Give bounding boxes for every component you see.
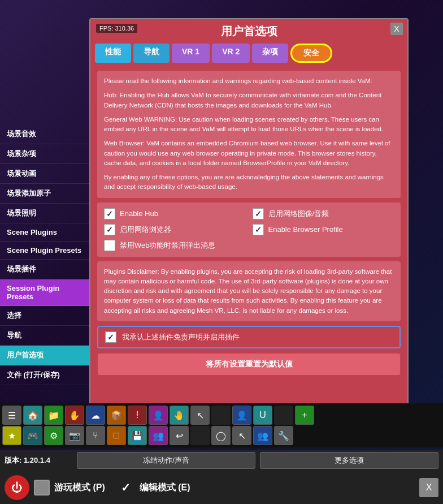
checkbox-enable-browser-profile: Enable Browser Profile: [253, 224, 394, 235]
plugins-accept-label: 我承认上述插件免责声明并启用插件: [122, 332, 240, 342]
info-line2: Hub: Enabling the Hub allows VaM to secu…: [104, 91, 394, 110]
tb-star-icon[interactable]: ★: [2, 426, 21, 445]
tab-vr2[interactable]: VR 2: [212, 44, 250, 63]
enable-browser-profile-checkbox[interactable]: [253, 224, 264, 235]
sidebar-item-scene-plugins[interactable]: Scene Plugins: [0, 223, 90, 242]
sidebar-item-scene-animation[interactable]: 场景动画: [0, 164, 90, 184]
tb-person3-icon[interactable]: 👥: [149, 426, 168, 445]
tb-spacer1: [211, 406, 231, 425]
title-bar: FPS: 310.36 用户首选项 X: [90, 19, 407, 44]
preferences-dialog: FPS: 310.36 用户首选项 X 性能 导航 VR 1 VR 2 杂项 安…: [89, 18, 409, 414]
tab-performance[interactable]: 性能: [95, 44, 131, 63]
tab-security[interactable]: 安全: [290, 44, 332, 63]
checkbox-row-3: 禁用Web功能时禁用弹出消息: [104, 240, 394, 251]
content-area: Please read the following information an…: [90, 66, 407, 413]
info-line4: Web Browser: VaM contains an embedded Ch…: [104, 139, 394, 168]
checkbox-row-2: 启用网络浏览器 Enable Browser Profile: [104, 224, 394, 235]
tb-unity-icon[interactable]: U: [253, 406, 272, 425]
plugins-disclaimer-text: Plugins Disclaimer: By enabling plugins,…: [104, 268, 392, 314]
plugins-disclaimer-box: Plugins Disclaimer: By enabling plugins,…: [97, 261, 401, 321]
tb-alert-icon[interactable]: !: [128, 406, 147, 425]
tb-arrow-icon[interactable]: ↩: [170, 426, 189, 445]
tb-scene-icon[interactable]: 🏠: [23, 406, 42, 425]
enable-browser-profile-label: Enable Browser Profile: [268, 225, 343, 234]
sidebar-item-scene-plugins-cn[interactable]: 场景插件: [0, 260, 90, 279]
tb-group-icon[interactable]: 👥: [253, 426, 272, 445]
tb-circle-icon[interactable]: ◯: [211, 426, 231, 445]
sidebar-item-select[interactable]: 选择: [0, 306, 90, 326]
sidebar-item-scene-lighting[interactable]: 场景照明: [0, 204, 90, 223]
tb-camera-icon[interactable]: 📷: [65, 426, 84, 445]
sidebar-item-user-prefs[interactable]: 用户首选项: [0, 346, 90, 365]
tb-save-icon[interactable]: 💾: [128, 426, 147, 445]
toolbar-row-1: ☰ 🏠 📁 ✋ ☁ 📦 ! 👤 🤚 ↖ 👤 U +: [2, 406, 441, 425]
tb-cursor2-icon[interactable]: ↖: [232, 426, 251, 445]
tb-spacer3: [190, 426, 210, 445]
tab-vr1[interactable]: VR 1: [172, 44, 210, 63]
checkbox-row-1: Enable Hub 启用网络图像/音频: [104, 208, 394, 219]
tb-gesture-icon[interactable]: 🤚: [170, 406, 189, 425]
sidebar-item-scene-add-atom[interactable]: 场景添加原子: [0, 184, 90, 204]
sidebar-item-navigation[interactable]: 导航: [0, 326, 90, 346]
dialog-title: 用户首选项: [221, 24, 277, 39]
freeze-button[interactable]: 冻结动作/声音: [77, 452, 255, 469]
info-line3: General Web WARNING: Use caution when lo…: [104, 115, 394, 135]
tb-cursor-icon[interactable]: ↖: [190, 406, 210, 425]
sidebar-item-session-plugin-presets[interactable]: Session Plugin Presets: [0, 279, 90, 306]
tb-plus-icon[interactable]: +: [295, 406, 314, 425]
plugins-accept-row: 我承认上述插件免责声明并启用插件: [97, 326, 401, 348]
plugins-accept-checkbox[interactable]: [105, 331, 116, 343]
power-button[interactable]: ⏻: [5, 475, 29, 500]
tb-controller-icon[interactable]: 🎮: [23, 426, 42, 445]
enable-net-image-label: 启用网络图像/音频: [268, 209, 329, 219]
tb-cloud-icon[interactable]: ☁: [86, 406, 105, 425]
enable-browser-label: 启用网络浏览器: [120, 225, 171, 235]
enable-hub-checkbox[interactable]: [104, 208, 115, 219]
version-bar: 版本: 1.20.1.4 冻结动作/声音 更多选项: [0, 450, 443, 471]
tb-fork-icon[interactable]: ⑂: [86, 426, 105, 445]
bottom-toolbar: ☰ 🏠 📁 ✋ ☁ 📦 ! 👤 🤚 ↖ 👤 U + ★ 🎮 ⚙ 📷 ⑂ □ 💾 …: [0, 403, 443, 447]
reset-button[interactable]: 将所有设置重置为默认值: [97, 353, 401, 376]
disable-web-label: 禁用Web功能时禁用弹出消息: [120, 240, 216, 251]
tab-misc[interactable]: 杂项: [252, 44, 288, 63]
tb-folder-icon[interactable]: 📁: [44, 406, 63, 425]
mode-close-button[interactable]: X: [419, 478, 438, 497]
enable-browser-checkbox[interactable]: [104, 224, 115, 235]
sidebar-item-scene-audio[interactable]: 场景音效: [0, 124, 90, 144]
play-mode-checkbox[interactable]: [34, 480, 50, 496]
checkbox-enable-browser: 启用网络浏览器: [104, 224, 246, 235]
close-button[interactable]: X: [390, 23, 403, 35]
tb-gear-icon[interactable]: ⚙: [44, 426, 63, 445]
tb-tool-icon[interactable]: 🔧: [274, 426, 293, 445]
toolbar-row-2: ★ 🎮 ⚙ 📷 ⑂ □ 💾 👥 ↩ ◯ ↖ 👥 🔧: [2, 426, 441, 445]
more-options-button[interactable]: 更多选项: [260, 452, 438, 469]
sidebar-item-scene-plugin-presets[interactable]: Scene Plugin Presets: [0, 242, 90, 260]
tb-spacer2: [274, 406, 293, 425]
checkbox-enable-hub: Enable Hub: [104, 208, 246, 219]
enable-net-image-checkbox[interactable]: [253, 208, 264, 219]
tb-person-icon[interactable]: 👤: [149, 406, 168, 425]
fps-display: FPS: 310.36: [96, 24, 137, 33]
tab-bar: 性能 导航 VR 1 VR 2 杂项 安全: [90, 44, 407, 66]
checkboxes-section: Enable Hub 启用网络图像/音频 启用网络浏览器 Enable Brow…: [97, 203, 401, 257]
sidebar-item-file[interactable]: 文件 (打开/保存): [0, 365, 90, 385]
sidebar-item-scene-misc[interactable]: 场景杂项: [0, 144, 90, 164]
info-line1: Please read the following information an…: [104, 76, 394, 86]
play-mode-label: 游玩模式 (P): [54, 482, 105, 494]
edit-mode-label: 编辑模式 (E): [140, 482, 190, 494]
version-label: 版本: 1.20.1.4: [5, 455, 72, 466]
tab-navigation[interactable]: 导航: [133, 44, 170, 63]
tb-hand-icon[interactable]: ✋: [65, 406, 84, 425]
sidebar: 场景音效 场景杂项 场景动画 场景添加原子 场景照明 Scene Plugins…: [0, 0, 90, 413]
disable-web-checkbox[interactable]: [104, 240, 115, 251]
mode-bar: ⏻ 游玩模式 (P) ✓ 编辑模式 (E) X: [0, 471, 443, 504]
checkbox-disable-web: 禁用Web功能时禁用弹出消息: [104, 240, 394, 251]
tb-box2-icon[interactable]: □: [107, 426, 126, 445]
tb-box-icon[interactable]: 📦: [107, 406, 126, 425]
info-line5: By enabling any of these options, you ar…: [104, 173, 394, 192]
edit-mode-check: ✓: [121, 481, 131, 494]
info-box: Please read the following information an…: [97, 71, 401, 198]
tb-person2-icon[interactable]: 👤: [232, 406, 251, 425]
tb-menu-icon[interactable]: ☰: [2, 406, 21, 425]
enable-hub-label: Enable Hub: [120, 209, 158, 218]
